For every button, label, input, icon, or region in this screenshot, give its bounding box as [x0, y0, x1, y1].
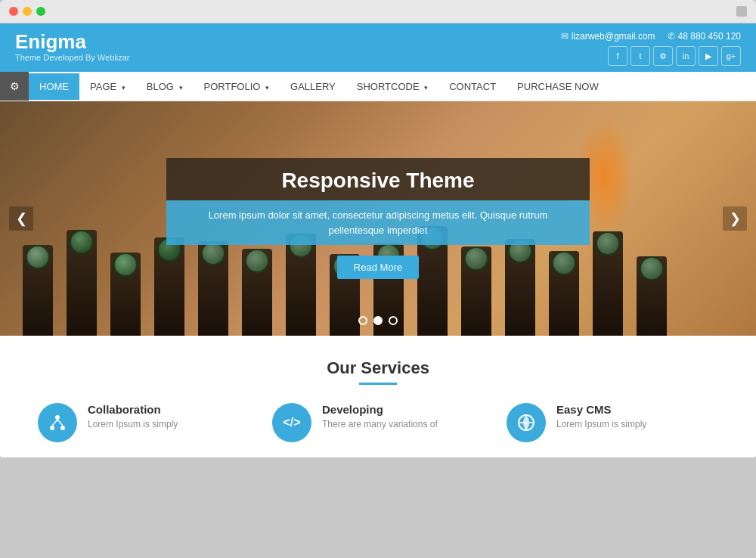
cms-desc: Lorem Ipsum is simply [556, 419, 646, 429]
service-item-cms: Easy CMS Lorem Ipsum is simply [507, 403, 718, 442]
developing-desc: There are many variations of [322, 419, 438, 429]
chevron-down-icon: ▾ [122, 84, 125, 91]
svg-point-2 [60, 426, 65, 430]
nav-menu: HOME PAGE ▾ BLOG ▾ PORTFOLIO ▾ GALLERY S… [29, 73, 609, 100]
phone-info: ✆ 48 880 450 120 [668, 31, 741, 42]
nav-link-shortcode[interactable]: SHORTCODE ▾ [346, 73, 438, 100]
collaboration-name: Collaboration [88, 403, 178, 416]
nav-item-shortcode[interactable]: SHORTCODE ▾ [346, 73, 438, 100]
nav-link-page[interactable]: PAGE ▾ [79, 73, 136, 100]
header-right: ✉ lizarweb@gmail.com ✆ 48 880 450 120 f … [561, 31, 741, 66]
nav-item-page[interactable]: PAGE ▾ [79, 73, 136, 100]
collaboration-text: Collaboration Lorem Ipsum is simply [88, 403, 178, 429]
browser-container: Enigma Theme Developed By Weblizar ✉ liz… [0, 23, 756, 457]
social-icons: f t ⚙ in ▶ g+ [561, 46, 741, 66]
svg-point-1 [50, 426, 54, 430]
nav-item-purchase[interactable]: PURCHASE NOW [507, 73, 609, 100]
nav-settings-button[interactable]: ⚙ [0, 72, 29, 101]
services-title: Our Services [30, 358, 726, 378]
hero-slider: Responsive Theme Lorem ipsum dolor sit a… [0, 101, 756, 336]
social-googleplus[interactable]: g+ [721, 46, 741, 66]
site-branding: Enigma Theme Developed By Weblizar [15, 31, 129, 62]
slider-dot-1[interactable] [358, 316, 367, 325]
site-header: Enigma Theme Developed By Weblizar ✉ liz… [0, 23, 756, 72]
svg-line-4 [57, 420, 63, 426]
slider-description: Lorem ipsum dolor sit amet, consectetur … [189, 208, 567, 237]
code-icon: </> [283, 416, 300, 429]
slider-title-box: Responsive Theme [166, 158, 590, 200]
window-chrome [0, 0, 756, 23]
gear-icon: ⚙ [10, 80, 20, 92]
nav-link-portfolio[interactable]: PORTFOLIO ▾ [194, 73, 280, 100]
svg-point-0 [55, 415, 60, 420]
nav-item-contact[interactable]: CONTACT [438, 73, 507, 100]
nav-link-home[interactable]: HOME [29, 73, 79, 100]
nav-link-purchase[interactable]: PURCHASE NOW [507, 73, 609, 100]
cms-text: Easy CMS Lorem Ipsum is simply [556, 403, 646, 429]
service-item-developing: </> Developing There are many variations… [272, 403, 484, 442]
phone-icon: ✆ [668, 31, 675, 42]
nav-link-blog[interactable]: BLOG ▾ [136, 73, 194, 100]
close-button[interactable] [9, 7, 18, 16]
social-twitter[interactable]: t [631, 46, 650, 66]
slider-desc-box: Lorem ipsum dolor sit amet, consectetur … [166, 200, 590, 245]
svg-line-3 [52, 420, 57, 426]
contact-info: ✉ lizarweb@gmail.com ✆ 48 880 450 120 [561, 31, 741, 42]
site-tagline: Theme Developed By Weblizar [15, 53, 129, 62]
phone-number[interactable]: 48 880 450 120 [678, 31, 741, 42]
slider-dots [358, 316, 398, 325]
collaboration-icon [38, 403, 77, 442]
read-more-button[interactable]: Read More [337, 256, 419, 279]
email-icon: ✉ [561, 31, 569, 42]
chevron-down-icon: ▾ [424, 84, 428, 91]
social-settings[interactable]: ⚙ [653, 46, 673, 66]
nav-item-portfolio[interactable]: PORTFOLIO ▾ [194, 73, 280, 100]
cms-name: Easy CMS [556, 403, 646, 416]
chevron-left-icon: ❮ [16, 210, 27, 227]
chevron-down-icon: ▾ [265, 84, 269, 91]
services-section: Our Services Collaboration Lorem Ipsum i… [0, 336, 756, 457]
slider-content: Responsive Theme Lorem ipsum dolor sit a… [166, 158, 590, 279]
developing-icon: </> [272, 403, 311, 442]
maximize-button[interactable] [36, 7, 45, 16]
social-youtube[interactable]: ▶ [699, 46, 718, 66]
collaboration-desc: Lorem Ipsum is simply [88, 419, 178, 429]
email-address[interactable]: lizarweb@gmail.com [572, 31, 655, 42]
slider-next-arrow[interactable]: ❯ [723, 206, 747, 231]
email-info: ✉ lizarweb@gmail.com [561, 31, 655, 42]
nav-item-blog[interactable]: BLOG ▾ [136, 73, 194, 100]
services-underline [359, 383, 397, 385]
slider-dot-3[interactable] [389, 316, 398, 325]
developing-text: Developing There are many variations of [322, 403, 438, 429]
slider-dot-2[interactable] [373, 316, 383, 325]
nav-item-home[interactable]: HOME [29, 73, 79, 100]
services-grid: Collaboration Lorem Ipsum is simply </> … [30, 403, 726, 442]
service-item-collaboration: Collaboration Lorem Ipsum is simply [38, 403, 249, 442]
slider-title: Responsive Theme [189, 169, 567, 193]
window-expand-icon [736, 6, 747, 17]
social-facebook[interactable]: f [608, 46, 627, 66]
chevron-right-icon: ❯ [730, 210, 741, 227]
minimize-button[interactable] [23, 7, 32, 16]
slider-prev-arrow[interactable]: ❮ [9, 206, 33, 231]
nav-link-gallery[interactable]: GALLERY [280, 73, 346, 100]
chevron-down-icon: ▾ [179, 84, 183, 91]
nav-link-contact[interactable]: CONTACT [438, 73, 507, 100]
social-linkedin[interactable]: in [676, 46, 696, 66]
site-title: Enigma [15, 31, 129, 53]
developing-name: Developing [322, 403, 438, 416]
site-nav: ⚙ HOME PAGE ▾ BLOG ▾ PORTFOLIO ▾ GALLERY… [0, 72, 756, 101]
nav-item-gallery[interactable]: GALLERY [280, 73, 346, 100]
cms-icon [507, 403, 546, 442]
